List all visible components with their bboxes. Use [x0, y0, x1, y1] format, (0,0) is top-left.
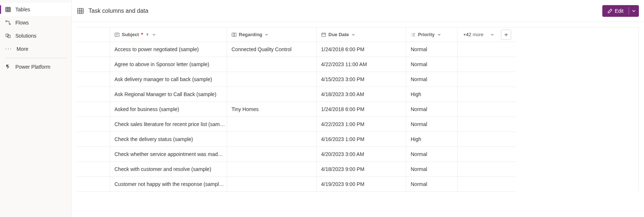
regarding-cell[interactable]: Tiny Homes — [227, 102, 316, 117]
due-date-cell[interactable]: 1/24/2018 6:00 PM — [316, 42, 406, 57]
row-handle[interactable] — [77, 57, 110, 72]
due-date-cell[interactable]: 4/22/2023 1:00 PM — [316, 117, 406, 132]
overflow-cell — [457, 177, 516, 192]
sort-asc-icon — [145, 33, 150, 37]
subject-cell[interactable]: Check whether service appointment was ma… — [110, 147, 227, 162]
svg-point-1 — [5, 20, 7, 22]
regarding-cell[interactable] — [227, 117, 316, 132]
column-header-more[interactable]: +42 more — [457, 27, 516, 42]
column-header-label: Subject — [122, 32, 139, 37]
row-handle[interactable] — [77, 87, 110, 102]
subject-cell[interactable]: Asked for business (sample) — [110, 102, 227, 117]
row-handle[interactable] — [77, 147, 110, 162]
sidebar-divider — [5, 58, 66, 58]
overflow-cell — [457, 57, 516, 72]
regarding-cell[interactable]: Connected Quality Control — [227, 42, 316, 57]
priority-cell[interactable]: Normal — [406, 72, 457, 87]
due-date-cell[interactable]: 4/19/2023 9:00 PM — [316, 177, 406, 192]
text-column-icon — [114, 32, 120, 37]
column-header-subject[interactable]: Subject * — [110, 27, 227, 42]
chevron-down-icon — [631, 8, 636, 14]
due-date-cell[interactable]: 4/18/2023 9:00 PM — [316, 162, 406, 177]
solutions-icon — [5, 33, 11, 39]
regarding-cell[interactable] — [227, 72, 316, 87]
row-handle[interactable] — [77, 42, 110, 57]
subject-cell[interactable]: Check sales literature for recent price … — [110, 117, 227, 132]
column-header-due-date[interactable]: Due Date — [316, 27, 406, 42]
add-column-button[interactable] — [501, 30, 511, 40]
due-date-cell[interactable]: 4/22/2023 11:00 AM — [316, 57, 406, 72]
subject-cell[interactable]: Ask Regional Manager to Call Back (sampl… — [110, 87, 227, 102]
priority-cell[interactable]: Normal — [406, 117, 457, 132]
sidebar-item-label: Flows — [15, 20, 29, 26]
subject-cell[interactable]: Customer not happy with the response (sa… — [110, 177, 227, 192]
subject-cell[interactable]: Check the delivery status (sample) — [110, 132, 227, 147]
subject-cell[interactable]: Ask delivery manager to call back (sampl… — [110, 72, 227, 87]
subject-cell[interactable]: Access to power negotiated (sample) — [110, 42, 227, 57]
row-handle[interactable] — [77, 102, 110, 117]
edit-split-button[interactable] — [629, 5, 639, 17]
sidebar-item-power-platform[interactable]: Power Platform — [0, 60, 71, 73]
row-handle[interactable] — [77, 162, 110, 177]
sidebar-item-label: Tables — [15, 7, 30, 12]
due-date-cell[interactable]: 4/15/2023 3:00 PM — [316, 72, 406, 87]
column-header-priority[interactable]: Priority — [406, 27, 457, 42]
sidebar-item-flows[interactable]: Flows — [0, 16, 71, 29]
column-header-regarding[interactable]: Regarding — [227, 27, 316, 42]
column-header-label: Regarding — [239, 32, 262, 37]
more-icon: ··· — [5, 46, 12, 52]
due-date-cell[interactable]: 4/20/2023 3:00 AM — [316, 147, 406, 162]
flow-icon — [5, 20, 11, 26]
row-handle[interactable] — [77, 72, 110, 87]
regarding-cell[interactable] — [227, 177, 316, 192]
lookup-column-icon — [231, 32, 237, 37]
svg-rect-8 — [234, 33, 236, 37]
edit-button[interactable]: Edit — [602, 5, 629, 17]
table-icon — [5, 7, 11, 12]
sidebar-item-tables[interactable]: Tables — [0, 3, 71, 16]
due-date-cell[interactable]: 4/16/2023 1:00 PM — [316, 132, 406, 147]
due-date-cell[interactable]: 4/18/2023 3:00 AM — [316, 87, 406, 102]
regarding-cell[interactable] — [227, 147, 316, 162]
overflow-cell — [457, 102, 516, 117]
chevron-down-icon — [351, 33, 355, 37]
regarding-cell[interactable] — [227, 57, 316, 72]
sidebar-item-label: Solutions — [15, 33, 37, 39]
priority-cell[interactable]: High — [406, 132, 457, 147]
overflow-cell — [457, 87, 516, 102]
row-handle-header — [77, 27, 110, 42]
overflow-cell — [457, 162, 516, 177]
row-handle[interactable] — [77, 177, 110, 192]
power-platform-icon — [5, 64, 11, 70]
chevron-down-icon — [490, 33, 494, 37]
data-grid: Subject * Regarding Due Date — [77, 27, 639, 192]
overflow-cell — [457, 147, 516, 162]
regarding-cell[interactable] — [227, 162, 316, 177]
row-handle[interactable] — [77, 132, 110, 147]
sidebar-item-solutions[interactable]: Solutions — [0, 29, 71, 42]
priority-cell[interactable]: Normal — [406, 102, 457, 117]
overflow-cell — [457, 72, 516, 87]
regarding-cell[interactable] — [227, 87, 316, 102]
priority-cell[interactable]: Normal — [406, 177, 457, 192]
priority-cell[interactable]: Normal — [406, 147, 457, 162]
subject-cell[interactable]: Check with customer and resolve (sample) — [110, 162, 227, 177]
column-header-label: Priority — [418, 32, 435, 37]
priority-cell[interactable]: High — [406, 87, 457, 102]
more-columns-count: +42 more — [463, 32, 483, 37]
table-icon — [77, 7, 84, 15]
svg-rect-9 — [322, 33, 326, 37]
row-handle[interactable] — [77, 117, 110, 132]
due-date-cell[interactable]: 1/24/2018 6:00 PM — [316, 102, 406, 117]
priority-cell[interactable]: Normal — [406, 42, 457, 57]
priority-cell[interactable]: Normal — [406, 57, 457, 72]
sidebar-item-more[interactable]: ··· More — [0, 42, 71, 56]
svg-rect-7 — [232, 33, 234, 37]
edit-button-label: Edit — [615, 8, 624, 14]
priority-cell[interactable]: Normal — [406, 162, 457, 177]
subject-cell[interactable]: Agree to above in Sponsor letter (sample… — [110, 57, 227, 72]
regarding-cell[interactable] — [227, 132, 316, 147]
main: Task columns and data Edit — [72, 0, 644, 217]
svg-rect-0 — [6, 7, 11, 12]
svg-point-2 — [9, 23, 10, 24]
